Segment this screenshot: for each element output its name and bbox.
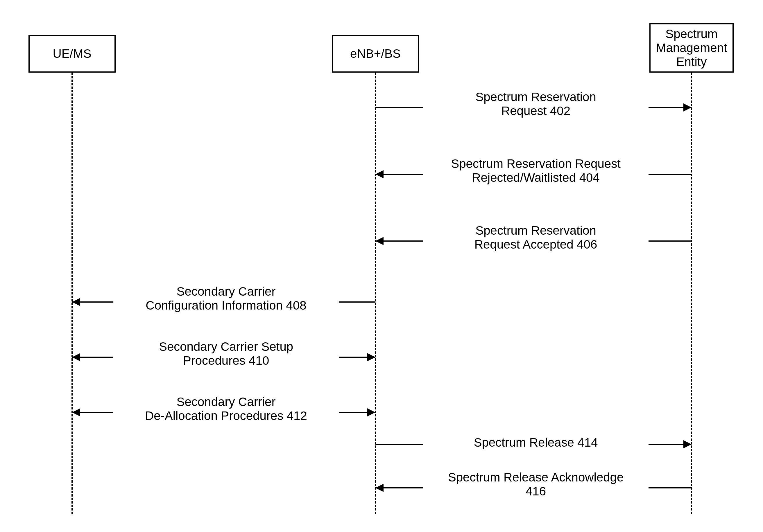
msg408-arrow-left (72, 298, 80, 306)
msg410-arrow-right (367, 353, 376, 361)
msg410-arrow-left (72, 353, 80, 361)
actor-ue: UE/MS (29, 35, 116, 73)
msg406-arrow-left (376, 237, 383, 245)
msg404-arrow-left (376, 170, 383, 178)
msg414-label: Spectrum Release 414 (423, 436, 649, 450)
msg414-arrow-right (683, 440, 692, 448)
msg412-arrow-right (367, 408, 376, 416)
msg412-arrow-left (72, 408, 80, 416)
sequence-diagram: UE/MSeNB+/BSSpectrum Management EntitySp… (0, 0, 763, 532)
msg410-label: Secondary Carrier Setup Procedures 410 (113, 340, 339, 368)
msg412-label: Secondary Carrier De-Allocation Procedur… (113, 395, 339, 423)
msg404-label: Spectrum Reservation Request Rejected/Wa… (423, 157, 649, 185)
lifeline-enb (375, 73, 376, 514)
msg408-label: Secondary Carrier Configuration Informat… (113, 285, 339, 313)
actor-sme: Spectrum Management Entity (649, 23, 734, 73)
msg406-label: Spectrum Reservation Request Accepted 40… (423, 223, 649, 252)
msg416-label: Spectrum Release Acknowledge 416 (423, 471, 649, 498)
msg416-arrow-left (376, 484, 383, 492)
actor-enb: eNB+/BS (332, 35, 419, 73)
lifeline-ue (71, 73, 73, 514)
msg402-label: Spectrum Reservation Request 402 (423, 90, 649, 118)
msg402-arrow-right (683, 103, 692, 112)
